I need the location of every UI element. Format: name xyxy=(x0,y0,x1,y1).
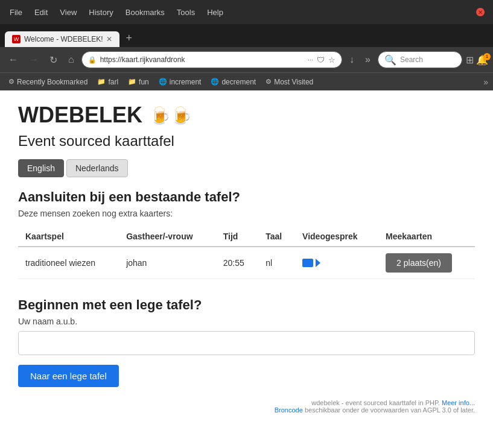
bookmarks-bar: ⚙ Recently Bookmarked 📁 farl 📁 fun 🌐 inc… xyxy=(0,72,493,90)
active-tab[interactable]: W Welcome - WDEBELEK! ✕ xyxy=(5,31,119,47)
search-placeholder: Search xyxy=(400,55,423,64)
bookmark-label: increment xyxy=(170,78,202,86)
extension-grid-icon[interactable]: ⊞ xyxy=(466,54,474,66)
address-icons: 🛡 ☆ xyxy=(317,55,336,65)
cell-time: 20:55 xyxy=(216,247,259,279)
address-options-button[interactable]: ··· xyxy=(308,56,313,63)
cell-host: johan xyxy=(119,247,216,279)
col-host: Gastheer/-vrouw xyxy=(119,227,216,247)
menu-edit[interactable]: Edit xyxy=(30,5,52,19)
globe-icon: 🌐 xyxy=(159,78,167,86)
page-footer: wdebelek - event sourced kaarttafel in P… xyxy=(18,399,475,414)
new-tab-button[interactable]: + xyxy=(121,30,137,47)
col-places: Meekaarten xyxy=(378,227,475,247)
extension-icons: ⊞ 🔔 1 xyxy=(466,54,488,66)
col-lang: Taal xyxy=(258,227,295,247)
forward-button[interactable]: → xyxy=(25,52,42,68)
title-bar: File Edit View History Bookmarks Tools H… xyxy=(0,0,493,24)
window-close-button[interactable]: ✕ xyxy=(476,8,485,16)
lock-icon: 🔒 xyxy=(88,56,97,64)
bookmark-label: Recently Bookmarked xyxy=(17,78,87,86)
bookmark-star-icon[interactable]: ☆ xyxy=(328,55,336,65)
join-section-title: Aansluiten bij een bestaande tafel? xyxy=(18,189,475,205)
page-content: WDEBELEK 🍺🍺 Event sourced kaarttafel Eng… xyxy=(0,90,493,448)
shield-icon: 🛡 xyxy=(317,55,325,65)
col-game: Kaartspel xyxy=(18,227,119,247)
cell-game: traditioneel wiezen xyxy=(18,247,119,279)
footer-more-link[interactable]: Meer info... xyxy=(442,399,475,406)
bookmark-recently-bookmarked[interactable]: ⚙ Recently Bookmarked xyxy=(5,77,91,87)
gear-icon: ⚙ xyxy=(8,78,14,86)
bookmark-increment[interactable]: 🌐 increment xyxy=(155,77,205,87)
menu-view[interactable]: View xyxy=(55,5,81,19)
bookmark-farl[interactable]: 📁 farl xyxy=(94,77,122,87)
name-input[interactable] xyxy=(18,331,475,355)
folder-icon: 📁 xyxy=(97,78,106,86)
games-table: Kaartspel Gastheer/-vrouw Tijd Taal Vide… xyxy=(18,227,475,279)
video-call-icon xyxy=(302,259,371,267)
table-row: traditioneel wiezen johan 20:55 nl 2 pla… xyxy=(18,247,475,279)
start-table-button[interactable]: Naar een lege tafel xyxy=(18,365,119,387)
folder-icon: 📁 xyxy=(128,78,136,86)
footer-text: wdebelek - event sourced kaarttafel in P… xyxy=(311,399,440,406)
col-video: Videogesprek xyxy=(295,227,378,247)
url-text: https://kaart.rijkvanafdronk xyxy=(100,55,304,64)
footer-source-link[interactable]: Broncode xyxy=(275,406,303,414)
reload-button[interactable]: ↻ xyxy=(46,52,61,68)
video-triangle xyxy=(316,259,320,267)
cell-places[interactable]: 2 plaats(en) xyxy=(378,247,475,279)
bookmark-label: decrement xyxy=(221,78,256,86)
video-rect xyxy=(302,259,313,267)
name-input-label: Uw naam a.u.b. xyxy=(18,317,475,326)
lang-dutch-button[interactable]: Nederlands xyxy=(66,159,128,177)
globe-icon: 🌐 xyxy=(211,78,219,86)
navigation-bar: ← → ↻ ⌂ 🔒 https://kaart.rijkvanafdronk ·… xyxy=(0,47,493,72)
menu-history[interactable]: History xyxy=(84,5,118,19)
footer-license-text: beschikbaar onder de voorwaarden van AGP… xyxy=(305,406,475,414)
join-section-desc: Deze mensen zoeken nog extra kaarters: xyxy=(18,209,475,218)
start-section-title: Beginnen met een lege tafel? xyxy=(18,297,475,313)
menu-tools[interactable]: Tools xyxy=(172,5,200,19)
menu-bar: File Edit View History Bookmarks Tools H… xyxy=(5,5,228,19)
search-icon: 🔍 xyxy=(384,54,396,66)
notification-badge: 1 xyxy=(483,53,491,60)
back-button[interactable]: ← xyxy=(5,52,22,68)
search-box[interactable]: 🔍 Search xyxy=(378,51,462,68)
join-game-button[interactable]: 2 plaats(en) xyxy=(386,253,452,273)
gear-icon: ⚙ xyxy=(266,78,272,86)
bookmarks-more-button[interactable]: » xyxy=(483,77,488,87)
bookmark-label: fun xyxy=(139,78,149,86)
beer-emoji: 🍺🍺 xyxy=(150,106,192,125)
cell-video xyxy=(295,247,378,279)
menu-bookmarks[interactable]: Bookmarks xyxy=(121,5,170,19)
page-title: WDEBELEK 🍺🍺 xyxy=(18,103,475,128)
tab-title: Welcome - WDEBELEK! xyxy=(24,35,103,43)
language-selector: English Nederlands xyxy=(18,159,475,177)
tab-bar: W Welcome - WDEBELEK! ✕ + xyxy=(0,24,493,47)
address-bar[interactable]: 🔒 https://kaart.rijkvanafdronk ··· 🛡 ☆ xyxy=(81,51,342,68)
bookmark-decrement[interactable]: 🌐 decrement xyxy=(207,77,259,87)
site-name: WDEBELEK xyxy=(18,103,142,128)
menu-file[interactable]: File xyxy=(5,5,27,19)
bookmark-most-visited[interactable]: ⚙ Most Visited xyxy=(262,77,317,87)
home-button[interactable]: ⌂ xyxy=(65,52,78,68)
more-tools-button[interactable]: » xyxy=(361,52,374,68)
download-button[interactable]: ↓ xyxy=(346,52,358,68)
col-time: Tijd xyxy=(216,227,259,247)
tab-close-button[interactable]: ✕ xyxy=(106,35,112,43)
bookmark-fun[interactable]: 📁 fun xyxy=(124,77,153,87)
cell-lang: nl xyxy=(258,247,295,279)
bookmark-label: Most Visited xyxy=(274,78,313,86)
bookmark-label: farl xyxy=(108,78,118,86)
notification-icon[interactable]: 🔔 1 xyxy=(476,54,488,66)
tab-favicon: W xyxy=(12,35,21,43)
page-subtitle: Event sourced kaarttafel xyxy=(18,133,475,150)
menu-help[interactable]: Help xyxy=(202,5,228,19)
lang-english-button[interactable]: English xyxy=(18,159,64,177)
